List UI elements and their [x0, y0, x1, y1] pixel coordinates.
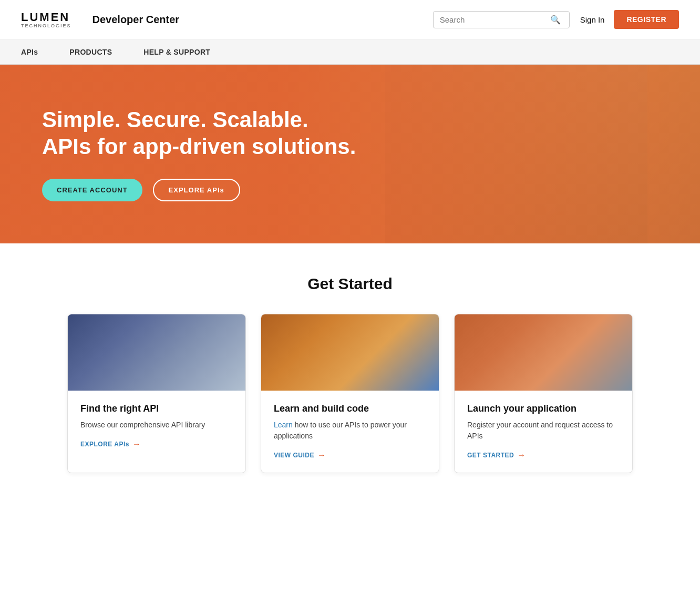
nav-item-products[interactable]: PRODUCTS	[69, 48, 112, 56]
card-image-1	[68, 314, 245, 391]
logo-sub: TECHNOLOGIES	[21, 23, 71, 28]
card-body-2: Learn and build code Learn how to use ou…	[261, 391, 439, 473]
card-image-2	[261, 314, 439, 391]
card-body-1: Find the right API Browse our comprehens…	[68, 391, 245, 462]
signin-link[interactable]: Sign In	[580, 15, 605, 24]
card-desc-link-2[interactable]: Learn	[274, 421, 293, 429]
hero-buttons: CREATE ACCOUNT EXPLORE APIs	[42, 179, 356, 201]
card-link-1[interactable]: EXPLORE APIs →	[80, 439, 141, 449]
card-link-3[interactable]: GET STARTED →	[467, 451, 526, 460]
hero-section: Simple. Secure. Scalable. APIs for app-d…	[0, 65, 700, 243]
hero-headline-line2: APIs for app-driven solutions.	[42, 134, 356, 159]
cards-container: Find the right API Browse our comprehens…	[42, 314, 658, 473]
main-nav: APIs PRODUCTS HELP & SUPPORT	[0, 39, 700, 65]
site-title: Developer Center	[92, 14, 433, 26]
card-title-1: Find the right API	[80, 403, 233, 414]
card-launch-app: Launch your application Register your ac…	[454, 314, 633, 473]
card-desc-1: Browse our comprehensive API library	[80, 420, 233, 431]
nav-item-apis[interactable]: APIs	[21, 48, 38, 56]
get-started-section: Get Started Find the right API Browse ou…	[0, 243, 700, 494]
arrow-icon-2: →	[317, 451, 326, 460]
hero-headline: Simple. Secure. Scalable. APIs for app-d…	[42, 107, 356, 160]
search-container: 🔍	[433, 11, 570, 28]
search-icon: 🔍	[550, 15, 561, 25]
search-input[interactable]	[440, 15, 550, 24]
card-title-3: Launch your application	[467, 403, 620, 414]
hero-headline-line1: Simple. Secure. Scalable.	[42, 107, 308, 132]
card-link-2[interactable]: VIEW GUIDE →	[274, 451, 326, 460]
card-title-2: Learn and build code	[274, 403, 426, 414]
logo: LUMEN TECHNOLOGIES	[21, 11, 71, 28]
card-find-api: Find the right API Browse our comprehens…	[67, 314, 246, 473]
arrow-icon-1: →	[132, 439, 141, 449]
card-body-3: Launch your application Register your ac…	[455, 391, 632, 473]
header: LUMEN TECHNOLOGIES Developer Center 🔍 Si…	[0, 0, 700, 39]
logo-main: LUMEN	[21, 11, 71, 24]
register-button[interactable]: REGISTER	[614, 10, 679, 29]
nav-item-help[interactable]: HELP & SUPPORT	[143, 48, 210, 56]
card-desc-3: Register your account and request access…	[467, 420, 620, 442]
create-account-button[interactable]: CREATE ACCOUNT	[42, 179, 142, 201]
hero-content: Simple. Secure. Scalable. APIs for app-d…	[0, 107, 398, 201]
card-desc-2: Learn how to use our APIs to power your …	[274, 420, 426, 442]
get-started-title: Get Started	[42, 275, 658, 293]
explore-apis-button[interactable]: EXPLORE APIs	[153, 179, 240, 201]
arrow-icon-3: →	[517, 451, 526, 460]
card-learn-build: Learn and build code Learn how to use ou…	[261, 314, 439, 473]
card-image-3	[455, 314, 632, 391]
